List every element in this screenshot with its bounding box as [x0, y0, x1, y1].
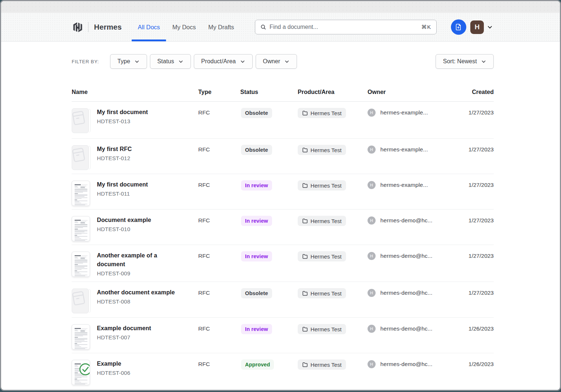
- table-row[interactable]: Another document example HDTEST-008 RFC …: [72, 282, 494, 317]
- status-cell: Obsolete: [240, 139, 298, 174]
- created-date: 1/26/2023: [451, 318, 494, 353]
- chevron-down-icon: [240, 59, 245, 64]
- column-header-type: Type: [198, 89, 240, 95]
- product-cell: Hermes Test: [298, 318, 368, 353]
- doc-thumbnail: [72, 210, 97, 241]
- owner-email: hermes-demo@hc...: [380, 325, 432, 333]
- status-cell: In review: [240, 210, 298, 245]
- new-doc-button[interactable]: [451, 19, 466, 35]
- product-cell: Hermes Test: [298, 210, 368, 245]
- doc-type: RFC: [198, 353, 240, 391]
- table-body: My first document HDTEST-013 RFC Obsolet…: [72, 102, 494, 391]
- status-cell: Obsolete: [240, 102, 298, 138]
- doc-id: HDTEST-007: [97, 333, 151, 341]
- doc-title: Another document example: [97, 288, 175, 297]
- doc-id: HDTEST-011: [97, 190, 148, 197]
- column-header-product-area: Product/Area: [298, 89, 368, 95]
- owner-email: hermes-demo@hc...: [380, 289, 432, 297]
- page-curl: [89, 289, 91, 313]
- product-badge: Hermes Test: [298, 180, 346, 191]
- folder-icon: [302, 218, 308, 224]
- owner-avatar: H: [368, 252, 376, 260]
- table-row[interactable]: Example HDTEST-006 RFC Approved Hermes T…: [72, 353, 494, 391]
- filter-bar: FILTER BY: TypeStatusProduct/AreaOwner S…: [72, 54, 494, 69]
- folder-icon: [302, 326, 308, 332]
- folder-icon: [302, 290, 308, 296]
- doc-thumbnail: [72, 174, 97, 206]
- created-date: 1/27/2023: [451, 245, 494, 282]
- doc-title: Example document: [97, 324, 151, 333]
- owner-cell: H hermes-demo@hc...: [368, 210, 451, 245]
- sort-button-label: Sort: Newest: [443, 58, 477, 65]
- doc-thumbnail: [72, 318, 97, 350]
- doc-thumbnail: [72, 353, 97, 385]
- owner-email: hermes-demo@hc...: [380, 216, 432, 225]
- nav-tab-my-docs[interactable]: My Docs: [166, 13, 202, 41]
- nav-tab-all-docs[interactable]: All Docs: [132, 13, 166, 41]
- sort-button[interactable]: Sort: Newest: [436, 54, 494, 69]
- status-cell: In review: [240, 174, 298, 209]
- search-input[interactable]: Find a document... ⌘K: [255, 20, 437, 34]
- filter-button-type[interactable]: Type: [110, 54, 147, 69]
- product-cell: Hermes Test: [298, 245, 368, 282]
- doc-placeholder-thumb: [72, 289, 89, 313]
- product-cell: Hermes Test: [298, 282, 368, 317]
- chevron-down-icon: [134, 59, 140, 64]
- app-header: Hermes All DocsMy DocsMy Drafts Find a d…: [1, 13, 560, 42]
- folder-icon: [302, 253, 308, 259]
- created-date: 1/27/2023: [451, 210, 494, 245]
- table-row[interactable]: My first document HDTEST-013 RFC Obsolet…: [72, 102, 494, 138]
- doc-type: RFC: [198, 245, 240, 282]
- user-avatar[interactable]: H: [470, 20, 484, 34]
- owner-cell: H hermes-example...: [368, 174, 451, 209]
- filter-by-label: FILTER BY:: [72, 59, 110, 64]
- owner-cell: H hermes-demo@hc...: [368, 282, 451, 317]
- table-row[interactable]: Example document HDTEST-007 RFC In revie…: [72, 317, 494, 353]
- doc-title: My first document: [97, 180, 148, 189]
- doc-id: HDTEST-010: [97, 225, 151, 233]
- owner-cell: H hermes-example...: [368, 102, 451, 138]
- filter-button-owner[interactable]: Owner: [256, 54, 297, 69]
- status-badge: In review: [241, 180, 272, 191]
- table-row[interactable]: Another example of a document HDTEST-009…: [72, 245, 494, 282]
- folder-icon: [302, 182, 308, 188]
- column-header-name: Name: [72, 89, 198, 95]
- chevron-down-icon[interactable]: [487, 24, 493, 30]
- doc-preview-thumb: [72, 181, 90, 206]
- doc-thumbnail: [72, 282, 97, 313]
- created-date: 1/27/2023: [451, 282, 494, 317]
- name-cell: My first document HDTEST-011: [72, 174, 198, 209]
- status-cell: In review: [240, 245, 298, 282]
- doc-type: RFC: [198, 174, 240, 209]
- hashicorp-logo-icon: [73, 22, 82, 32]
- status-badge: Obsolete: [241, 145, 272, 155]
- doc-id: HDTEST-012: [97, 154, 132, 162]
- product-badge-label: Hermes Test: [310, 218, 342, 224]
- name-cell: Example document HDTEST-007: [72, 318, 198, 353]
- owner-email: hermes-example...: [380, 109, 428, 117]
- table-row[interactable]: My first document HDTEST-011 RFC In revi…: [72, 174, 494, 209]
- table-row[interactable]: Document example HDTEST-010 RFC In revie…: [72, 209, 494, 245]
- owner-avatar: H: [368, 181, 376, 189]
- nav-tab-my-drafts[interactable]: My Drafts: [202, 13, 241, 41]
- folder-icon: [302, 110, 308, 116]
- column-header-created: Created: [451, 89, 494, 95]
- window-titlebar: [1, 1, 560, 13]
- table-row[interactable]: My first RFC HDTEST-012 RFC Obsolete Her…: [72, 138, 494, 174]
- doc-id: HDTEST-009: [97, 270, 182, 277]
- product-badge-label: Hermes Test: [310, 362, 342, 368]
- app-title: Hermes: [94, 23, 122, 31]
- doc-type: RFC: [198, 318, 240, 353]
- doc-preview-thumb: [72, 360, 90, 385]
- status-cell: Approved: [240, 353, 298, 391]
- doc-thumbnail: [72, 102, 97, 133]
- name-cell: My first document HDTEST-013: [72, 102, 198, 138]
- status-badge: In review: [241, 251, 272, 261]
- doc-id: HDTEST-006: [97, 369, 130, 377]
- owner-email: hermes-example...: [380, 181, 428, 189]
- filter-button-product-area[interactable]: Product/Area: [194, 54, 253, 69]
- name-cell: My first RFC HDTEST-012: [72, 139, 198, 174]
- product-cell: Hermes Test: [298, 139, 368, 174]
- name-cell: Example HDTEST-006: [72, 353, 198, 391]
- filter-button-status[interactable]: Status: [150, 54, 191, 69]
